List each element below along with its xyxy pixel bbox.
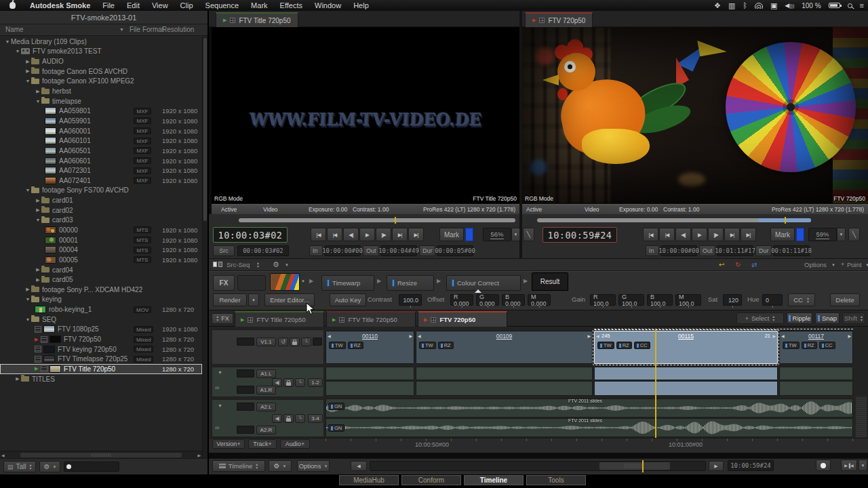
- play-stop-button[interactable]: ||▶: [708, 228, 724, 241]
- source-zoom-select[interactable]: 56%: [483, 228, 511, 241]
- goto-out-button[interactable]: ▶]: [741, 228, 756, 241]
- trim-right-icon[interactable]: ▶: [848, 333, 851, 338]
- library-row[interactable]: ▶AUDIO: [0, 56, 202, 66]
- shift-stepper[interactable]: ▲▼: [860, 315, 863, 322]
- menu-sequence[interactable]: Sequence: [199, 1, 245, 9]
- scroll-left-button[interactable]: ◀: [351, 461, 367, 471]
- library-horizontal-scrollbar[interactable]: ◀ ▶: [0, 451, 202, 458]
- video-track-label[interactable]: V1.1: [256, 338, 276, 346]
- library-row[interactable]: ▼keying: [0, 295, 202, 305]
- gear-icon[interactable]: ⚙: [273, 260, 279, 269]
- app-tab-mediahub[interactable]: MediaHub: [339, 475, 399, 485]
- red-refresh-icon[interactable]: ↻: [735, 261, 741, 268]
- pan-tool-button[interactable]: ╲: [848, 228, 860, 241]
- source-viewer[interactable]: WWW.FILM-TV-VIDEO.DE RGB Mode FTV Title …: [212, 27, 519, 203]
- view-mode-stepper[interactable]: ▲▼: [29, 464, 33, 470]
- gain-field-m[interactable]: M 100.0: [675, 294, 701, 306]
- column-file-format[interactable]: File Format: [130, 26, 164, 33]
- timeline-view-select[interactable]: Timeline ▲▼: [212, 460, 265, 472]
- out-timecode-field[interactable]: 10:00:04#49: [380, 245, 417, 256]
- clip-badge-rz[interactable]: RZ: [348, 342, 363, 349]
- play-reverse-button[interactable]: ◀||: [675, 228, 691, 241]
- library-row[interactable]: AA059801MXF1920 x 1080: [0, 106, 202, 116]
- play-button[interactable]: ▶: [359, 228, 375, 241]
- library-row[interactable]: ▶TITLES: [0, 374, 202, 384]
- render-caret-button[interactable]: ▼: [248, 293, 259, 306]
- next-edit-button[interactable]: ▶|: [724, 228, 740, 241]
- fx-node-timewarp[interactable]: Timewarp: [321, 275, 374, 291]
- trim-left-icon[interactable]: ◀: [328, 333, 331, 338]
- gain-badge[interactable]: GN: [328, 424, 344, 432]
- record-position-bar[interactable]: [537, 218, 811, 222]
- audio-track-label-a1r[interactable]: A1.R: [256, 386, 276, 394]
- library-row[interactable]: ▼SEQ: [0, 314, 202, 325]
- audio-segment[interactable]: [594, 381, 778, 396]
- audio-segment[interactable]: [594, 367, 778, 380]
- library-row[interactable]: ▼footage Canon XF100 MPEG2: [0, 77, 202, 87]
- timeline-gear-button[interactable]: ⚙▼: [269, 460, 292, 472]
- node-enable-icon[interactable]: [327, 279, 330, 287]
- fx-collapse-button[interactable]: ▲▼ FX: [212, 313, 233, 324]
- library-row[interactable]: AA072301MXF1920 x 1080: [0, 165, 202, 176]
- audio-track-label-a1l[interactable]: A1.L: [256, 369, 276, 378]
- clip-badge-rz[interactable]: RZ: [438, 342, 454, 349]
- current-timecode-field[interactable]: 10:00:59#24: [728, 460, 774, 471]
- library-row[interactable]: AA059901MXF1920 x 1080: [0, 116, 202, 126]
- library-row[interactable]: ▶FTV Title 720p501280 x 720: [0, 364, 202, 374]
- library-vertical-scrollbar[interactable]: [202, 37, 208, 464]
- clip-badge-rz[interactable]: RZ: [802, 342, 817, 349]
- apple-icon[interactable]: [9, 2, 16, 9]
- auto-key-button[interactable]: Auto Key: [330, 293, 366, 306]
- collapsed-arrow-icon[interactable]: ▶: [24, 68, 31, 74]
- expanded-arrow-icon[interactable]: ▼: [24, 317, 31, 322]
- gain-badge[interactable]: GN: [328, 403, 344, 410]
- yellow-return-icon[interactable]: ↩: [719, 261, 724, 268]
- gain-field-g[interactable]: G 100.0: [618, 294, 644, 306]
- fx-bypass-button[interactable]: [237, 275, 266, 291]
- library-row[interactable]: AA060601MXF1920 x 1080: [0, 156, 202, 166]
- collapsed-arrow-icon[interactable]: ▶: [35, 267, 41, 272]
- record-zoom-select[interactable]: 59%: [808, 228, 837, 241]
- track-patch-field[interactable]: [237, 386, 254, 394]
- clip-badge-tw[interactable]: TW: [419, 342, 436, 349]
- delete-button[interactable]: Delete: [830, 293, 860, 306]
- track-patch-field[interactable]: [237, 369, 254, 378]
- prev-edit-button[interactable]: |◀: [327, 228, 342, 241]
- video-track-header[interactable]: V1.1 ↺ └: [212, 329, 324, 365]
- trim-left-icon[interactable]: ◀: [781, 333, 785, 338]
- expanded-arrow-icon[interactable]: ▼: [35, 99, 41, 104]
- out-button[interactable]: Out: [699, 245, 715, 256]
- source-timecode-display[interactable]: 10:00:03#02: [213, 227, 288, 243]
- scroll-left-icon[interactable]: ◀: [1, 453, 5, 458]
- menu-mark[interactable]: Mark: [245, 1, 273, 9]
- in-button[interactable]: In: [646, 245, 659, 256]
- snap-toggle[interactable]: Snap: [815, 312, 840, 324]
- goto-in-button[interactable]: [◀: [311, 228, 326, 241]
- clip-badge-cc[interactable]: CC: [819, 342, 835, 349]
- collapsed-arrow-icon[interactable]: ▶: [35, 198, 41, 203]
- trim-left-icon[interactable]: ◀: [596, 333, 599, 338]
- scroll-right-button[interactable]: ▶: [709, 461, 724, 471]
- zoom-caret-button[interactable]: ▼: [837, 228, 846, 241]
- dual-view-icon[interactable]: [213, 262, 217, 267]
- timeline-view-stepper[interactable]: ▲▼: [255, 463, 258, 470]
- dur-button[interactable]: Dur: [755, 245, 772, 256]
- input-source-icon[interactable]: ▥: [728, 2, 735, 9]
- mark-button[interactable]: Mark: [770, 228, 795, 241]
- audio2-track-header[interactable]: ▼ A2.L ◀ └ 3-4 ∞ A2.R: [212, 399, 324, 437]
- dur-timecode-field[interactable]: 00:01:11#18: [773, 245, 810, 256]
- offset-field-r[interactable]: R 0.000: [450, 294, 473, 306]
- options-select[interactable]: Options: [804, 261, 827, 268]
- collapsed-arrow-icon[interactable]: ▶: [35, 277, 41, 283]
- mark-color-chip[interactable]: [796, 228, 804, 241]
- library-row[interactable]: ▶footage Sony P... XDCAM HD422: [0, 285, 202, 295]
- offset-field-m[interactable]: M 0.000: [528, 294, 551, 306]
- expanded-arrow-icon[interactable]: ▼: [35, 218, 41, 222]
- column-name[interactable]: Name: [5, 26, 24, 33]
- volume-icon[interactable]: ◀))): [785, 2, 794, 9]
- fit-view-button[interactable]: ▶▐◀: [841, 460, 857, 471]
- zoom-caret-button[interactable]: ▼: [511, 228, 520, 241]
- app-tab-conform[interactable]: Conform: [401, 475, 461, 485]
- wifi-icon[interactable]: [755, 3, 763, 9]
- blue-swap-icon[interactable]: ⇄: [751, 261, 757, 268]
